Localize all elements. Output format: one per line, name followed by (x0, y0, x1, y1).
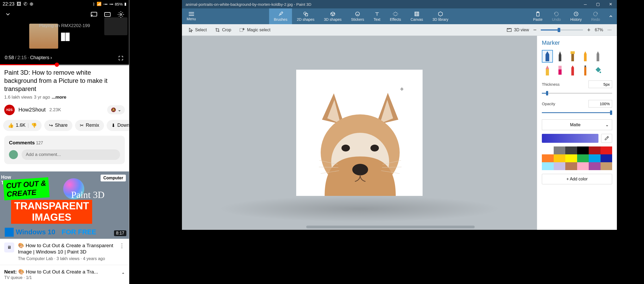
color-swatch[interactable] (554, 146, 566, 154)
channel-row: H2S How2Shout 2.23K 🔕 ⌄ (0, 100, 129, 120)
color-swatch[interactable] (542, 146, 554, 154)
comments-box[interactable]: Comments 127 Add a comment... (4, 136, 125, 164)
color-swatch[interactable] (565, 154, 577, 162)
canvas-area[interactable]: ✧ (182, 36, 537, 230)
color-swatch[interactable] (565, 162, 577, 170)
history-button[interactable]: History (566, 8, 587, 24)
finish-select[interactable]: Matte ⌄ (542, 119, 612, 130)
cast-icon[interactable] (91, 11, 97, 18)
color-swatch[interactable] (601, 162, 612, 170)
zoom-out-button[interactable]: − (533, 27, 537, 33)
related-thumbnail[interactable]: How To Computer CUT OUT & CREATE Paint 3… (0, 171, 129, 239)
chevron-down-icon: ⌄ (118, 107, 121, 112)
pause-button[interactable]: ▮▮ (60, 29, 69, 42)
horizontal-scrollbar[interactable] (306, 226, 475, 228)
notify-button[interactable]: 🔕 ⌄ (107, 105, 125, 114)
more-link[interactable]: ...more (52, 95, 66, 100)
brush-calligraphy[interactable] (554, 50, 566, 63)
timeline[interactable]: 0:58 / 2:15 · Chapters › (5, 55, 52, 60)
brush-oil[interactable] (567, 50, 578, 63)
brush-watercolor[interactable] (580, 50, 591, 63)
paste-button[interactable]: Paste (528, 8, 547, 24)
thickness-slider[interactable] (542, 93, 612, 94)
minimize-button[interactable]: ─ (579, 0, 592, 8)
collapse-ribbon-button[interactable] (605, 8, 617, 24)
eyedropper-button[interactable] (601, 134, 612, 143)
brush-pencil[interactable] (592, 50, 603, 63)
chevron-down-icon[interactable] (5, 11, 11, 18)
thickness-input[interactable] (588, 80, 612, 88)
color-swatch[interactable] (542, 154, 554, 162)
stickers-tab[interactable]: Stickers (346, 8, 369, 24)
color-swatch[interactable] (601, 154, 612, 162)
video-age: 3 yr ago (34, 95, 50, 100)
3d-library-tab[interactable]: 3D library (428, 8, 453, 24)
svg-rect-20 (546, 69, 549, 75)
add-color-button[interactable]: + Add color (542, 174, 612, 184)
color-swatch[interactable] (589, 154, 601, 162)
brush-eraser[interactable] (554, 64, 566, 77)
comment-input[interactable]: Add a comment... (22, 149, 120, 160)
menu-tab[interactable]: Menu (182, 8, 201, 24)
magic-label: Magic select (247, 28, 270, 32)
zoom-in-button[interactable]: + (587, 27, 591, 33)
undo-button[interactable]: Undo (547, 8, 566, 24)
current-color[interactable] (542, 134, 598, 143)
channel-avatar[interactable]: H2S (4, 105, 15, 115)
svg-rect-19 (571, 54, 574, 61)
download-button[interactable]: ⬇ Downloa (107, 120, 129, 131)
gear-icon[interactable] (117, 11, 124, 18)
color-swatch[interactable] (565, 146, 577, 154)
video-title[interactable]: Paint 3D: How to remove white background… (0, 65, 129, 95)
maximize-button[interactable]: ▢ (592, 0, 604, 8)
color-swatch[interactable] (577, 146, 589, 154)
more-icon[interactable]: ⋯ (607, 27, 612, 32)
canvas-tab[interactable]: Canvas (406, 8, 428, 24)
related-video[interactable]: How To Computer CUT OUT & CREATE Paint 3… (0, 171, 129, 265)
video-player[interactable]: Playing on RMX2202-199 ▮▮ 0:58 / 2:15 · … (0, 8, 129, 65)
opacity-input[interactable] (588, 100, 612, 108)
3d-view-toggle[interactable]: 3D view (502, 26, 533, 34)
color-swatch[interactable] (542, 162, 554, 170)
more-menu-icon[interactable]: ⋮ (119, 242, 125, 261)
color-swatch[interactable] (554, 162, 566, 170)
related-title[interactable]: 🎨 How to Cut Out & Create a Transparent … (18, 242, 115, 255)
thumbs-down-icon[interactable]: 👎 (31, 123, 37, 128)
up-next-bar[interactable]: Next: 🎨 How to Cut Out & Create a Tra...… (0, 265, 129, 284)
fullscreen-icon[interactable] (118, 55, 124, 61)
crop-tool[interactable]: Crop (211, 26, 235, 34)
svg-point-15 (352, 164, 368, 175)
share-button[interactable]: ↪ Share (44, 120, 72, 131)
like-button[interactable]: 👍 1.6K | 👎 (3, 120, 42, 131)
3d-shapes-tab[interactable]: 3D shapes (319, 8, 346, 24)
progress-bar[interactable] (0, 64, 129, 65)
brush-spray[interactable] (580, 64, 591, 77)
color-swatch[interactable] (589, 146, 601, 154)
text-tab[interactable]: Text (369, 8, 385, 24)
color-swatch[interactable] (601, 146, 612, 154)
color-swatch[interactable] (589, 162, 601, 170)
captions-icon[interactable] (104, 11, 111, 18)
opacity-slider[interactable] (542, 112, 612, 113)
svg-point-17 (370, 145, 379, 151)
brush-pixel[interactable] (542, 64, 553, 77)
color-swatch[interactable] (554, 154, 566, 162)
color-swatch[interactable] (577, 162, 589, 170)
brushes-tab[interactable]: Brushes (269, 8, 292, 24)
brush-marker[interactable] (542, 50, 553, 63)
zoom-slider[interactable] (541, 29, 583, 31)
2d-shapes-tab[interactable]: 2D shapes (292, 8, 319, 24)
redo-button[interactable]: Redo (587, 8, 605, 24)
effects-tab[interactable]: Effects (385, 8, 406, 24)
remix-button[interactable]: ✂ Remix (75, 120, 104, 131)
magic-select-tool[interactable]: Magic select (235, 26, 275, 34)
chevron-up-icon[interactable]: ⌃ (121, 272, 125, 277)
close-button[interactable]: ✕ (604, 0, 617, 8)
color-swatch[interactable] (577, 154, 589, 162)
brush-fill[interactable] (592, 64, 603, 77)
chapters-link[interactable]: Chapters (30, 55, 49, 60)
brush-crayon[interactable] (567, 64, 578, 77)
channel-name[interactable]: How2Shout (18, 107, 46, 113)
select-tool[interactable]: Select (185, 26, 211, 34)
canvas-image[interactable]: ✧ (296, 70, 423, 196)
